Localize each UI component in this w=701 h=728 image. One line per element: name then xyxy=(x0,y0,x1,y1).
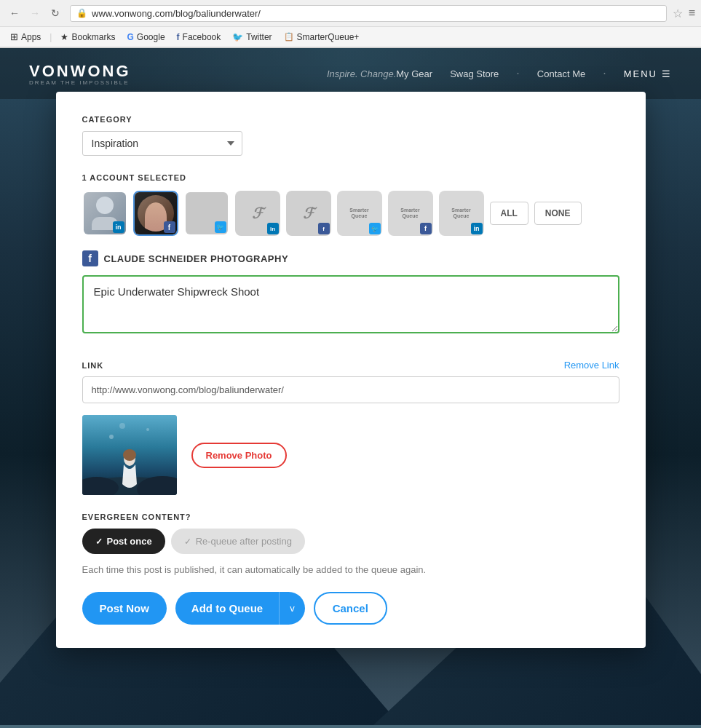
address-bar[interactable]: 🔒 xyxy=(70,5,667,22)
bookmark-twitter[interactable]: 🐦 Twitter xyxy=(228,31,276,44)
bookmark-facebook[interactable]: f Facebook xyxy=(173,31,226,44)
nav-swag-store[interactable]: Swag Store xyxy=(450,68,499,79)
account-icon-sq2[interactable]: SmarterQueue f xyxy=(388,191,433,236)
link-label: LINK xyxy=(82,361,104,370)
account-icon-2[interactable]: f xyxy=(133,191,178,236)
lock-icon: 🔒 xyxy=(76,8,87,18)
remove-photo-button[interactable]: Remove Photo xyxy=(191,443,287,468)
twitter-icon: 🐦 xyxy=(232,32,243,42)
sq-li-badge-icon: in xyxy=(471,223,483,234)
link-header: LINK Remove Link xyxy=(82,360,619,371)
star-icon: ★ xyxy=(60,32,68,42)
bookmark-bookmarks[interactable]: ★ Bookmarks xyxy=(56,31,119,44)
account-section: 1 ACCOUNT SELECTED in f xyxy=(82,173,619,236)
account-icon-sq1[interactable]: SmarterQueue 🐦 xyxy=(337,191,382,236)
account-icons-row: in f 🐦 ℱ xyxy=(82,191,619,236)
forward-button[interactable]: → xyxy=(26,4,44,22)
reload-button[interactable]: ↻ xyxy=(47,4,64,22)
portfo-fb-badge-icon: f xyxy=(318,223,330,234)
evergreen-buttons: ✓ Post once ✓ Re-queue after posting xyxy=(82,529,619,554)
platform-header: f CLAUDE SCHNEIDER PHOTOGRAPHY xyxy=(82,250,619,266)
svg-point-7 xyxy=(146,428,149,431)
cancel-button[interactable]: Cancel xyxy=(314,592,387,625)
bookmark-apps[interactable]: ⊞ Apps xyxy=(6,30,45,44)
link-input[interactable] xyxy=(82,376,619,403)
google-icon: G xyxy=(127,32,134,42)
post-text-area[interactable]: Epic Underwater Shipwreck Shoot xyxy=(82,275,619,333)
nav-menu-button[interactable]: MENU ☰ xyxy=(624,68,672,79)
apps-icon: ⊞ xyxy=(10,31,18,42)
bookmark-star-icon[interactable]: ☆ xyxy=(673,7,683,20)
category-select[interactable]: Inspiration Photography Tutorial BTS xyxy=(82,131,242,156)
nav-contact-me[interactable]: Contact Me xyxy=(537,68,585,79)
platform-name-label: CLAUDE SCHNEIDER PHOTOGRAPHY xyxy=(104,253,289,264)
nav-buttons: ← → ↻ xyxy=(6,4,64,22)
bookmarks-bar: ⊞ Apps | ★ Bookmarks G Google f Facebook… xyxy=(0,27,701,47)
photo-preview xyxy=(82,415,177,495)
url-input[interactable] xyxy=(92,8,660,19)
add-to-queue-group: Add to Queue v xyxy=(175,592,305,625)
website-background: VONWONG DREAM THE IMPOSSIBLE Inspire. Ch… xyxy=(0,48,701,725)
logo-text: VONWONG xyxy=(29,62,312,81)
back-button[interactable]: ← xyxy=(6,4,23,22)
facebook-badge-icon: f xyxy=(164,221,175,233)
twitter-badge-2-icon: 🐦 xyxy=(215,221,226,233)
svg-point-6 xyxy=(109,435,114,439)
svg-point-8 xyxy=(119,423,125,429)
evergreen-note: Each time this post is published, it can… xyxy=(82,563,619,577)
browser-menu-icon[interactable]: ≡ xyxy=(689,7,695,20)
site-tagline: Inspire. Change. xyxy=(327,68,396,79)
sq-tw-badge-icon: 🐦 xyxy=(369,223,381,234)
portfo-li-badge-icon: in xyxy=(267,223,279,234)
platform-fb-icon: f xyxy=(82,250,98,266)
evergreen-label: EVERGREEN CONTENT? xyxy=(82,513,619,521)
photo-section: Remove Photo xyxy=(82,415,619,495)
browser-chrome: ← → ↻ 🔒 ☆ ≡ ⊞ Apps | ★ Bookmarks G Googl… xyxy=(0,0,701,48)
category-section: CATEGORY Inspiration Photography Tutoria… xyxy=(82,115,619,173)
platform-section: f CLAUDE SCHNEIDER PHOTOGRAPHY Epic Unde… xyxy=(82,250,619,348)
separator: | xyxy=(49,32,52,42)
account-selected-label: 1 ACCOUNT SELECTED xyxy=(82,173,619,182)
all-accounts-button[interactable]: ALL xyxy=(490,202,528,225)
linkedin-badge-icon: in xyxy=(113,221,124,233)
evergreen-section: EVERGREEN CONTENT? ✓ Post once ✓ Re-queu… xyxy=(82,513,619,577)
modal-dialog: CATEGORY Inspiration Photography Tutoria… xyxy=(56,92,646,648)
underwater-scene xyxy=(82,415,177,495)
browser-toolbar: ← → ↻ 🔒 ☆ ≡ xyxy=(0,0,701,27)
category-label: CATEGORY xyxy=(82,115,619,124)
hamburger-icon: ☰ xyxy=(662,68,672,79)
bookmark-google[interactable]: G Google xyxy=(123,31,170,44)
nav-my-gear[interactable]: My Gear xyxy=(396,68,432,79)
site-logo: VONWONG DREAM THE IMPOSSIBLE xyxy=(29,62,312,86)
post-once-button[interactable]: ✓ Post once xyxy=(82,529,165,554)
checkmark-icon: ✓ xyxy=(95,537,103,547)
smarterqueue-tab-icon: 📋 xyxy=(284,32,294,41)
add-to-queue-button[interactable]: Add to Queue xyxy=(175,592,280,625)
account-icon-sq3[interactable]: SmarterQueue in xyxy=(439,191,484,236)
account-icon-portfo2[interactable]: ℱ f xyxy=(286,191,331,236)
bookmark-smarterqueue[interactable]: 📋 SmarterQueue+ xyxy=(280,31,364,44)
requeue-button[interactable]: ✓ Re-queue after posting xyxy=(171,529,305,554)
account-icon-3[interactable]: 🐦 xyxy=(184,191,229,236)
account-icon-1[interactable]: in xyxy=(82,191,127,236)
facebook-icon: f xyxy=(177,32,180,42)
requeue-check-icon: ✓ xyxy=(184,537,191,547)
sq-fb-badge-icon: f xyxy=(420,223,432,234)
svg-point-5 xyxy=(123,449,136,461)
action-buttons: Post Now Add to Queue v Cancel xyxy=(82,592,619,625)
link-section: LINK Remove Link xyxy=(82,360,619,403)
none-accounts-button[interactable]: NONE xyxy=(534,202,582,225)
post-now-button[interactable]: Post Now xyxy=(82,592,167,625)
queue-dropdown-arrow[interactable]: v xyxy=(280,592,305,625)
logo-sub: DREAM THE IMPOSSIBLE xyxy=(29,79,312,86)
nav-links: My Gear Swag Store · Contact Me · MENU ☰ xyxy=(396,67,672,80)
remove-link-button[interactable]: Remove Link xyxy=(564,360,619,371)
account-icon-portfo1[interactable]: ℱ in xyxy=(235,191,280,236)
